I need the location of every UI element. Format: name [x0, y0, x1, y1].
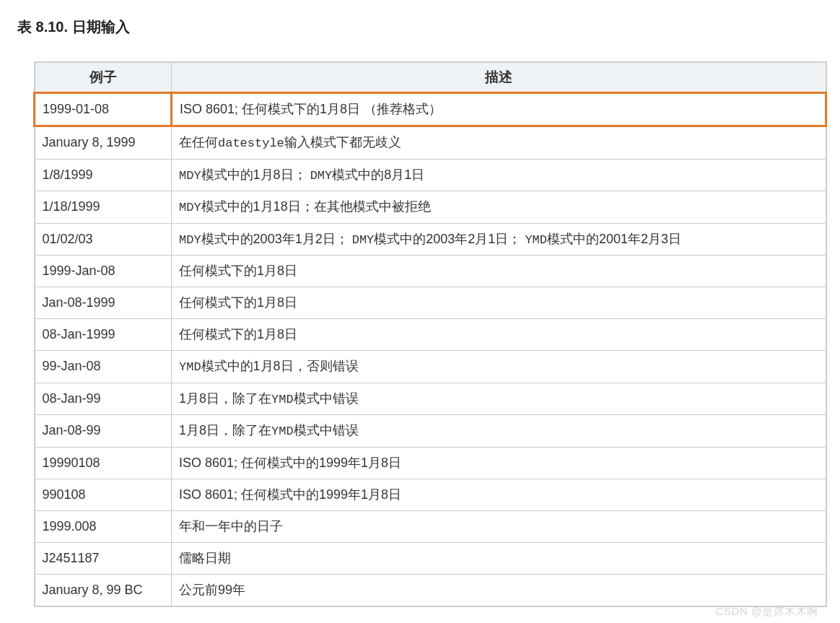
table-row: 1/8/1999MDY模式中的1月8日； DMY模式中的8月1日	[35, 159, 826, 191]
text-span: 任何模式下的1月8日	[179, 295, 297, 310]
table-row: January 8, 99 BC公元前99年	[35, 574, 826, 606]
table-row: 1/18/1999MDY模式中的1月18日；在其他模式中被拒绝	[35, 191, 826, 224]
code-span: MDY	[179, 201, 201, 214]
cell-description: 1月8日，除了在YMD模式中错误	[172, 415, 826, 448]
cell-description: ISO 8601; 任何模式下的1月8日 （推荐格式）	[172, 93, 826, 126]
text-span: 模式中的1月8日，否则错误	[201, 359, 359, 373]
cell-example: 1999.008	[35, 510, 172, 542]
text-span: 模式中错误	[294, 423, 359, 437]
table-row: January 8, 1999在任何datestyle输入模式下都无歧义	[35, 126, 826, 160]
cell-description: MDY模式中的2003年1月2日； DMY模式中的2003年2月1日； YMD模…	[172, 223, 826, 256]
code-span: YMD	[525, 233, 547, 247]
cell-example: 08-Jan-99	[35, 383, 172, 415]
code-span: DMY	[310, 169, 333, 183]
watermark-text: CSDN @是席木木啊	[716, 605, 818, 619]
text-span: 1月8日，除了在	[179, 423, 271, 437]
cell-description: ISO 8601; 任何模式中的1999年1月8日	[172, 479, 826, 510]
table-caption: 表 8.10. 日期输入	[17, 17, 823, 37]
text-span: 任何模式下的1月8日	[179, 327, 297, 341]
cell-description: YMD模式中的1月8日，否则错误	[172, 351, 826, 383]
cell-example: 99-Jan-08	[35, 351, 172, 383]
text-span: 年和一年中的日子	[179, 519, 283, 533]
text-span: 模式中的8月1日	[332, 167, 424, 182]
cell-description: MDY模式中的1月8日； DMY模式中的8月1日	[172, 159, 826, 191]
text-span: 公元前99年	[179, 583, 245, 597]
cell-example: January 8, 99 BC	[35, 574, 172, 606]
text-span: 1月8日，除了在	[179, 391, 271, 406]
table-container: 例子 描述 1999-01-08ISO 8601; 任何模式下的1月8日 （推荐…	[17, 61, 823, 607]
code-span: MDY	[179, 169, 201, 183]
table-row: 08-Jan-1999任何模式下的1月8日	[35, 319, 826, 351]
cell-description: 任何模式下的1月8日	[172, 287, 826, 319]
col-header-example: 例子	[35, 62, 172, 93]
table-header-row: 例子 描述	[35, 62, 826, 93]
cell-example: 19990108	[35, 447, 172, 479]
cell-example: 08-Jan-1999	[35, 319, 172, 351]
cell-example: January 8, 1999	[35, 126, 172, 160]
cell-description: MDY模式中的1月18日；在其他模式中被拒绝	[172, 191, 826, 224]
text-span: ISO 8601; 任何模式中的1999年1月8日	[179, 487, 401, 502]
cell-example: 1999-01-08	[35, 93, 172, 126]
cell-description: 在任何datestyle输入模式下都无歧义	[172, 126, 826, 160]
text-span: 模式中错误	[294, 391, 359, 406]
text-span: ISO 8601; 任何模式中的1999年1月8日	[179, 456, 401, 470]
cell-description: 任何模式下的1月8日	[172, 256, 826, 287]
cell-example: 1/18/1999	[35, 191, 172, 224]
cell-example: Jan-08-99	[35, 415, 172, 448]
cell-description: 儒略日期	[172, 542, 826, 574]
cell-description: 任何模式下的1月8日	[172, 319, 826, 351]
table-row: 990108ISO 8601; 任何模式中的1999年1月8日	[35, 479, 826, 510]
col-header-description: 描述	[172, 62, 826, 93]
table-row: 1999.008年和一年中的日子	[35, 510, 826, 542]
cell-example: 01/02/03	[35, 223, 172, 256]
text-span: 模式中的2001年2月3日	[547, 232, 681, 246]
table-row: 01/02/03MDY模式中的2003年1月2日； DMY模式中的2003年2月…	[35, 223, 826, 256]
table-row: 19990108ISO 8601; 任何模式中的1999年1月8日	[35, 447, 826, 479]
table-row: Jan-08-1999任何模式下的1月8日	[35, 287, 826, 319]
code-span: MDY	[179, 233, 201, 247]
code-span: datestyle	[218, 136, 284, 150]
text-span: 儒略日期	[179, 551, 231, 565]
text-span: 任何模式下的1月8日	[179, 263, 297, 278]
cell-description: ISO 8601; 任何模式中的1999年1月8日	[172, 447, 826, 479]
table-row: Jan-08-991月8日，除了在YMD模式中错误	[35, 415, 826, 448]
date-input-table: 例子 描述 1999-01-08ISO 8601; 任何模式下的1月8日 （推荐…	[33, 61, 827, 607]
table-row: 1999-Jan-08任何模式下的1月8日	[35, 256, 826, 287]
text-span: 在任何	[179, 135, 218, 149]
text-span: 模式中的1月8日；	[201, 167, 310, 182]
code-span: YMD	[179, 360, 201, 374]
text-span: 模式中的1月18日；在其他模式中被拒绝	[201, 199, 431, 214]
code-span: DMY	[352, 233, 375, 247]
table-row: J2451187儒略日期	[35, 542, 826, 574]
cell-description: 公元前99年	[172, 574, 826, 606]
code-span: YMD	[271, 393, 294, 406]
cell-example: 990108	[35, 479, 172, 510]
table-row: 08-Jan-991月8日，除了在YMD模式中错误	[35, 383, 826, 415]
cell-example: 1999-Jan-08	[35, 256, 172, 287]
table-row: 1999-01-08ISO 8601; 任何模式下的1月8日 （推荐格式）	[35, 93, 826, 126]
cell-example: 1/8/1999	[35, 159, 172, 191]
cell-description: 1月8日，除了在YMD模式中错误	[172, 383, 826, 415]
text-span: ISO 8601; 任何模式下的1月8日 （推荐格式）	[180, 102, 442, 116]
code-span: YMD	[271, 424, 294, 438]
text-span: 输入模式下都无歧义	[284, 135, 401, 149]
cell-description: 年和一年中的日子	[172, 510, 826, 542]
text-span: 模式中的2003年2月1日；	[374, 232, 525, 246]
cell-example: Jan-08-1999	[35, 287, 172, 319]
table-row: 99-Jan-08YMD模式中的1月8日，否则错误	[35, 351, 826, 383]
text-span: 模式中的2003年1月2日；	[201, 232, 352, 246]
cell-example: J2451187	[35, 542, 172, 574]
